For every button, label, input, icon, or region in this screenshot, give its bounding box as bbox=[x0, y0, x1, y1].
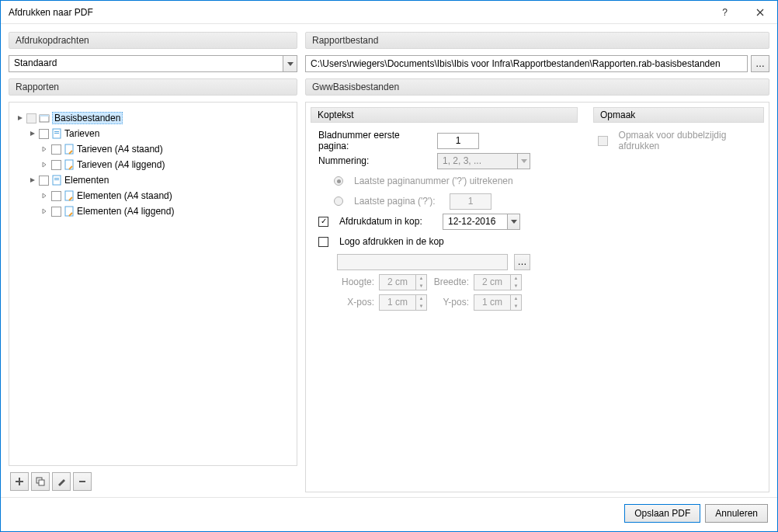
svg-rect-1 bbox=[40, 115, 49, 116]
nummering-select[interactable]: 1, 2, 3, ... bbox=[437, 153, 530, 169]
tree-label: Elementen (A4 liggend) bbox=[77, 206, 174, 217]
afdrukopdrachten-dropdown[interactable]: Standaard bbox=[9, 55, 297, 72]
checkbox[interactable] bbox=[51, 144, 61, 155]
report-icon bbox=[63, 190, 75, 202]
svg-rect-10 bbox=[65, 191, 73, 200]
tree-elementen[interactable]: Elementen bbox=[16, 172, 290, 188]
svg-rect-9 bbox=[54, 179, 59, 180]
hoogte-label: Hoogte: bbox=[337, 276, 374, 287]
checkbox[interactable] bbox=[51, 191, 61, 201]
nummering-value: 1, 2, 3, ... bbox=[438, 154, 517, 169]
logo-checkbox[interactable] bbox=[318, 237, 328, 247]
checkbox[interactable] bbox=[51, 160, 61, 170]
tree-root[interactable]: Basisbestanden bbox=[16, 110, 290, 126]
tree-label: Elementen (A4 staand) bbox=[77, 190, 172, 201]
remove-button[interactable] bbox=[73, 472, 92, 491]
annuleren-button[interactable]: Annuleren bbox=[705, 504, 768, 523]
svg-rect-13 bbox=[39, 480, 44, 485]
logo-path-input bbox=[337, 254, 508, 270]
expand-icon[interactable] bbox=[28, 176, 37, 185]
radio-uitrekenen-label: Laatste paginanummer ('?') uitrekenen bbox=[354, 176, 513, 186]
laatste-pagina-input bbox=[450, 193, 491, 210]
folder-icon bbox=[38, 112, 50, 124]
expand-icon[interactable] bbox=[28, 129, 37, 138]
settings-panel: Koptekst Bladnummer eerste pagina: Numme… bbox=[305, 102, 769, 492]
nummering-label: Nummering: bbox=[318, 155, 431, 166]
opslaan-pdf-button[interactable]: Opslaan PDF bbox=[624, 504, 700, 523]
afdrukdatum-value: 12-12-2016 bbox=[443, 214, 507, 229]
tree-tarieven-a4l[interactable]: Tarieven (A4 liggend) bbox=[16, 157, 290, 172]
report-icon bbox=[63, 143, 75, 155]
chevron-down-icon bbox=[517, 154, 530, 169]
help-button[interactable]: ? bbox=[707, 1, 742, 24]
section-rapporten: Rapporten bbox=[9, 78, 297, 96]
browse-button[interactable]: … bbox=[751, 55, 769, 72]
tree-label: Elementen bbox=[64, 175, 109, 186]
afdrukdatum-input[interactable]: 12-12-2016 bbox=[443, 214, 520, 230]
radio-laatste-pagina bbox=[334, 196, 343, 206]
expand-icon[interactable] bbox=[40, 160, 50, 169]
tree-label: Tarieven bbox=[64, 128, 99, 139]
tree-elementen-a4s[interactable]: Elementen (A4 staand) bbox=[16, 188, 290, 203]
copy-button[interactable] bbox=[31, 472, 50, 491]
tree-toolbar bbox=[9, 472, 297, 492]
xpos-label: X-pos: bbox=[337, 297, 374, 308]
bladnummer-label: Bladnummer eerste pagina: bbox=[318, 130, 431, 151]
rapportbestand-path-input[interactable] bbox=[305, 55, 748, 72]
svg-rect-6 bbox=[65, 160, 73, 169]
chevron-down-icon bbox=[283, 56, 297, 71]
breedte-label: Breedte: bbox=[432, 276, 469, 287]
checkbox[interactable] bbox=[51, 207, 61, 217]
section-gww: GwwBasisbestanden bbox=[305, 78, 769, 96]
title-bar: Afdrukken naar PDF ? bbox=[1, 1, 777, 24]
add-button[interactable] bbox=[10, 472, 29, 491]
chevron-down-icon bbox=[507, 214, 519, 229]
tree-root-label: Basisbestanden bbox=[52, 112, 123, 124]
svg-rect-4 bbox=[54, 133, 59, 134]
svg-rect-11 bbox=[65, 207, 73, 216]
afdrukopdrachten-value: Standaard bbox=[9, 56, 283, 71]
section-afdrukopdrachten: Afdrukopdrachten bbox=[9, 32, 297, 49]
dubbelzijdig-checkbox bbox=[598, 136, 608, 146]
expand-icon[interactable] bbox=[16, 113, 25, 123]
ypos-label: Y-pos: bbox=[432, 297, 469, 308]
hoogte-input: ▲▼ bbox=[379, 274, 427, 290]
expand-icon[interactable] bbox=[40, 191, 50, 200]
xpos-input: ▲▼ bbox=[379, 294, 427, 311]
window-title: Afdrukken naar PDF bbox=[9, 7, 707, 18]
browse-logo-button: … bbox=[514, 254, 530, 270]
tree-elementen-a4l[interactable]: Elementen (A4 liggend) bbox=[16, 203, 290, 219]
svg-rect-5 bbox=[65, 144, 73, 154]
afdrukdatum-checkbox[interactable] bbox=[318, 217, 328, 227]
svg-rect-3 bbox=[54, 131, 59, 132]
tree-panel: Basisbestanden Tarieven Tarieven (A4 sta… bbox=[9, 102, 297, 466]
ypos-input: ▲▼ bbox=[474, 294, 522, 311]
logo-label: Logo afdrukken in de kop bbox=[339, 236, 444, 247]
koptekst-header: Koptekst bbox=[311, 107, 578, 123]
close-button[interactable] bbox=[742, 1, 777, 24]
svg-rect-8 bbox=[54, 178, 59, 179]
tree-tarieven[interactable]: Tarieven bbox=[16, 126, 290, 141]
edit-button[interactable] bbox=[52, 472, 71, 491]
document-icon bbox=[50, 127, 63, 140]
expand-icon[interactable] bbox=[40, 144, 50, 154]
checkbox[interactable] bbox=[39, 176, 49, 186]
expand-icon[interactable] bbox=[40, 207, 50, 216]
opmaak-header: Opmaak bbox=[593, 107, 764, 123]
tree-label: Tarieven (A4 liggend) bbox=[77, 159, 165, 170]
document-icon bbox=[50, 174, 63, 186]
checkbox[interactable] bbox=[26, 113, 36, 123]
breedte-input: ▲▼ bbox=[474, 274, 522, 290]
radio-uitrekenen bbox=[334, 176, 343, 186]
afdrukdatum-label: Afdrukdatum in kop: bbox=[339, 216, 436, 227]
report-icon bbox=[63, 158, 75, 171]
report-icon bbox=[63, 205, 75, 217]
radio-laatste-pagina-label: Laatste pagina ('?'): bbox=[354, 196, 443, 207]
checkbox[interactable] bbox=[39, 129, 49, 139]
tree-tarieven-a4s[interactable]: Tarieven (A4 staand) bbox=[16, 141, 290, 157]
bladnummer-input[interactable] bbox=[437, 133, 479, 149]
footer: Opslaan PDF Annuleren bbox=[1, 497, 777, 528]
tree-label: Tarieven (A4 staand) bbox=[77, 144, 163, 155]
section-rapportbestand: Rapportbestand bbox=[305, 32, 769, 49]
dubbelzijdig-label: Opmaak voor dubbelzijdig afdrukken bbox=[619, 130, 764, 151]
